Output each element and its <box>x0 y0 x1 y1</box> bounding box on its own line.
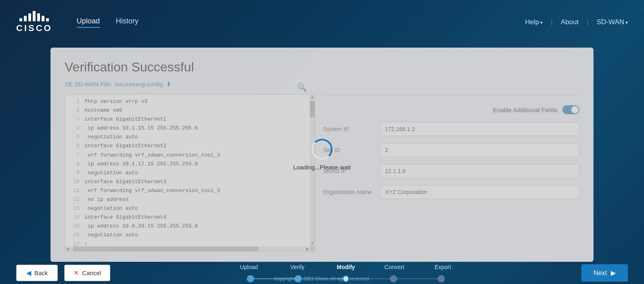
logo-bar-2 <box>24 16 27 21</box>
step-label-verify: Verify <box>290 264 305 270</box>
step-item-verify: Verify <box>273 264 322 273</box>
logo-bars <box>19 11 49 21</box>
step-item-convert: Convert <box>370 264 419 273</box>
loading-overlay: Loading...Please wait <box>51 48 593 262</box>
step-label-upload: Upload <box>240 264 258 270</box>
nav-history[interactable]: History <box>116 17 139 28</box>
stepper-labels: UploadVerifyModifyConvertExport <box>225 264 467 273</box>
logo-bar-7 <box>46 18 49 21</box>
header-right: Help▾ | About | SD-WAN▾ <box>525 18 628 26</box>
logo-bar-1 <box>19 18 22 21</box>
loading-text: Loading...Please wait <box>293 164 351 171</box>
sdwan-button[interactable]: SD-WAN▾ <box>597 18 628 26</box>
step-label-modify: Modify <box>337 264 355 270</box>
main-card: Verification Successful XE SD-WAN File: … <box>51 48 593 262</box>
sdwan-chevron: ▾ <box>625 20 628 25</box>
logo-bar-4 <box>33 11 36 21</box>
step-item-modify: Modify <box>322 264 370 273</box>
help-button[interactable]: Help▾ <box>525 18 543 26</box>
header: CISCO Upload History Help▾ | About | SD-… <box>0 0 644 44</box>
step-item-upload: Upload <box>225 264 273 273</box>
nav-upload[interactable]: Upload <box>77 17 100 28</box>
step-label-export: Export <box>435 264 451 270</box>
logo-bar-6 <box>42 16 44 21</box>
divider-2: | <box>587 18 588 26</box>
footer: Copyrights © 2021 Cisco. All rights rese… <box>0 274 644 284</box>
cisco-logo: CISCO <box>16 11 53 33</box>
divider-1: | <box>551 18 552 26</box>
about-button[interactable]: About <box>561 18 579 26</box>
logo-bar-5 <box>37 13 40 21</box>
help-chevron: ▾ <box>540 20 543 25</box>
step-label-convert: Convert <box>385 264 404 270</box>
logo-bar-3 <box>28 13 31 21</box>
step-item-export: Export <box>419 264 467 273</box>
loading-spinner <box>311 139 333 160</box>
logo-text: CISCO <box>16 23 53 33</box>
main-nav: Upload History <box>77 17 139 28</box>
footer-text: Copyrights © 2021 Cisco. All rights rese… <box>274 276 370 282</box>
